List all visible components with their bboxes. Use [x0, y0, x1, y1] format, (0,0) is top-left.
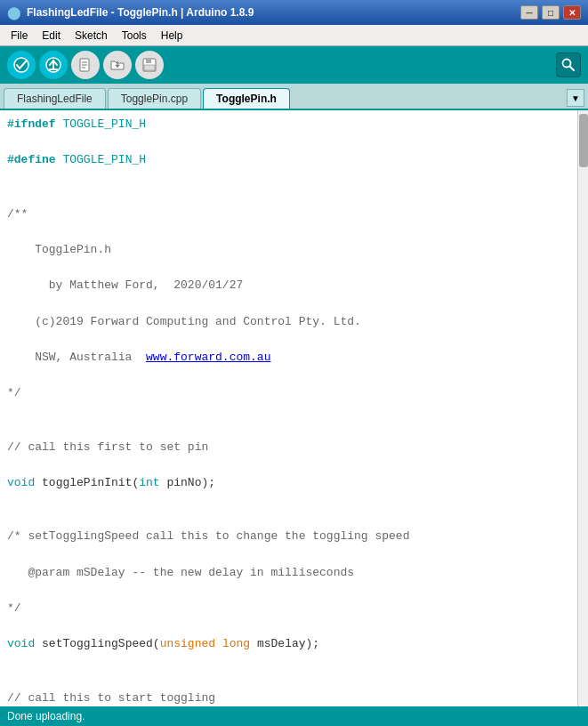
search-icon [561, 58, 576, 72]
search-button[interactable] [556, 52, 581, 77]
scrollbar-thumb[interactable] [579, 114, 588, 167]
toolbar [0, 46, 588, 84]
code-line-19: // call this to start toggling [7, 690, 574, 707]
code-line-2: #define TOGGLE_PIN_H [7, 151, 574, 169]
app-icon: ⬤ [7, 5, 21, 20]
minimize-button[interactable]: ─ [520, 5, 538, 20]
title-bar: ⬤ FlashingLedFile - TogglePin.h | Arduin… [0, 0, 588, 25]
new-icon [77, 57, 93, 73]
save-icon [141, 57, 157, 73]
menu-help[interactable]: Help [154, 28, 190, 44]
save-button[interactable] [135, 51, 164, 79]
title-bar-controls[interactable]: ─ □ ✕ [520, 5, 581, 20]
code-line-15: @param mSDelay -- the new delay in milli… [7, 564, 574, 582]
vertical-scrollbar[interactable] [577, 110, 588, 706]
tab-togglepin-h[interactable]: TogglePin.h [203, 88, 290, 109]
code-area[interactable]: #ifndef TOGGLE_PIN_H #define TOGGLE_PIN_… [0, 110, 577, 706]
maximize-button[interactable]: □ [542, 5, 560, 20]
tabs-dropdown-button[interactable]: ▼ [567, 89, 584, 107]
verify-icon [13, 57, 29, 73]
toolbar-left [7, 51, 164, 79]
code-line-9: */ [7, 384, 574, 402]
code-line-12: void togglePinInit(int pinNo); [7, 474, 574, 492]
svg-line-12 [570, 67, 575, 71]
status-bar: Done uploading. [0, 706, 588, 726]
svg-rect-10 [144, 65, 155, 70]
open-button[interactable] [103, 51, 132, 79]
upload-button[interactable] [39, 51, 68, 79]
menu-edit[interactable]: Edit [35, 28, 68, 44]
close-button[interactable]: ✕ [563, 5, 581, 20]
menu-bar: File Edit Sketch Tools Help [0, 25, 588, 46]
code-line-8: NSW, Australia www.forward.com.au [7, 349, 574, 367]
code-line-6: by Matthew Ford, 2020/01/27 [7, 277, 574, 294]
menu-sketch[interactable]: Sketch [68, 28, 115, 44]
status-text: Done uploading. [7, 710, 85, 722]
upload-icon [45, 57, 61, 73]
window-title: FlashingLedFile - TogglePin.h | Arduino … [27, 6, 254, 19]
tab-flashingledfile[interactable]: FlashingLedFile [4, 88, 106, 109]
code-line-14: /* setTogglingSpeed call this to change … [7, 528, 574, 545]
svg-rect-9 [146, 59, 151, 63]
code-line-7: (c)2019 Forward Computing and Control Pt… [7, 313, 574, 331]
open-icon [109, 57, 125, 73]
code-line-17: void setTogglingSpeed(unsigned long msDe… [7, 635, 574, 653]
code-line-4: /** [7, 206, 574, 223]
code-line-5: TogglePin.h [7, 241, 574, 259]
code-line-1: #ifndef TOGGLE_PIN_H [7, 116, 574, 133]
title-bar-left: ⬤ FlashingLedFile - TogglePin.h | Arduin… [7, 5, 254, 20]
verify-button[interactable] [7, 51, 36, 79]
code-line-11: // call this first to set pin [7, 439, 574, 456]
tab-togglepin-cpp[interactable]: TogglePin.cpp [108, 88, 201, 109]
code-line-16: */ [7, 600, 574, 617]
new-button[interactable] [71, 51, 100, 79]
tabs-bar: FlashingLedFile TogglePin.cpp TogglePin.… [0, 84, 588, 110]
menu-tools[interactable]: Tools [115, 28, 154, 44]
editor-container: #ifndef TOGGLE_PIN_H #define TOGGLE_PIN_… [0, 110, 588, 706]
menu-file[interactable]: File [4, 28, 35, 44]
